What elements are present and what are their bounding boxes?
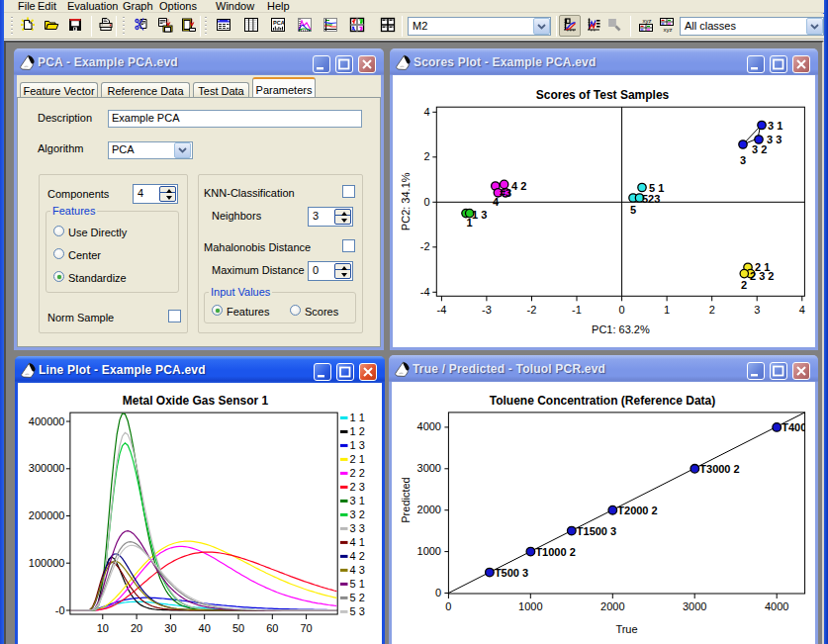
svg-text:200000: 200000 (29, 509, 65, 521)
svg-text:2 2: 2 2 (350, 467, 365, 479)
svg-text:Toluene Concentration (Referen: Toluene Concentration (Reference Data) (490, 394, 715, 408)
svg-text:1 1: 1 1 (350, 412, 365, 423)
svg-text:Metal Oxide Gas Sensor 1: Metal Oxide Gas Sensor 1 (123, 394, 269, 408)
svg-text:0: 0 (435, 587, 441, 598)
svg-text:100000: 100000 (29, 557, 65, 569)
svg-text:50: 50 (232, 622, 244, 634)
svg-text:5 3: 5 3 (350, 605, 365, 617)
svg-text:4: 4 (493, 196, 500, 208)
svg-text:4000: 4000 (765, 600, 788, 612)
svg-text:300000: 300000 (29, 462, 65, 474)
svg-text:-2: -2 (527, 304, 537, 316)
svg-text:10: 10 (97, 622, 109, 634)
svg-text:4 2: 4 2 (350, 550, 365, 562)
svg-text:3 1: 3 1 (350, 495, 365, 506)
svg-text:400000: 400000 (29, 415, 65, 427)
svg-text:-2: -2 (420, 240, 430, 252)
svg-text:5 2: 5 2 (350, 592, 365, 603)
svg-text:3000: 3000 (417, 462, 441, 474)
svg-text:T3000 2: T3000 2 (699, 463, 739, 475)
svg-text:1000: 1000 (518, 600, 542, 612)
svg-text:2 3 2: 2 3 2 (750, 270, 774, 282)
svg-text:3 2: 3 2 (350, 508, 365, 520)
svg-text:3: 3 (740, 154, 746, 166)
svg-text:-0: -0 (55, 604, 65, 616)
svg-text:3 2: 3 2 (752, 143, 767, 155)
svg-text:4 1: 4 1 (350, 536, 365, 548)
svg-text:3: 3 (754, 304, 760, 316)
svg-text:2000: 2000 (417, 504, 441, 515)
svg-text:2: 2 (741, 279, 747, 291)
svg-text:30: 30 (164, 622, 176, 634)
svg-text:60: 60 (266, 622, 278, 634)
svg-text:PCA: PCA (273, 20, 285, 26)
svg-text:4 3: 4 3 (350, 564, 365, 576)
svg-text:5 1: 5 1 (350, 578, 365, 590)
svg-text:1: 1 (467, 217, 473, 229)
svg-text:1 3: 1 3 (350, 439, 365, 451)
svg-text:4: 4 (799, 304, 805, 316)
svg-text:#3: #3 (500, 187, 511, 199)
svg-text:T2000 2: T2000 2 (617, 505, 657, 516)
svg-text:5: 5 (630, 204, 636, 216)
svg-text:0: 0 (423, 196, 429, 208)
svg-text:3 1: 3 1 (768, 120, 782, 132)
svg-text:T1000 2: T1000 2 (535, 546, 575, 558)
svg-text:-3: -3 (482, 304, 492, 316)
svg-text:PC1: 63.2%: PC1: 63.2% (592, 323, 650, 335)
svg-text:3 3: 3 3 (350, 522, 365, 534)
svg-text:2000: 2000 (600, 600, 624, 612)
svg-text:4: 4 (423, 106, 429, 118)
svg-text:T500 3: T500 3 (495, 567, 528, 579)
svg-text:-4: -4 (437, 304, 447, 316)
svg-text:70: 70 (300, 622, 312, 634)
svg-text:-1: -1 (572, 304, 582, 316)
svg-text:Scores of Test Samples: Scores of Test Samples (536, 88, 670, 102)
svg-text:4000: 4000 (417, 420, 441, 432)
svg-text:xyz: xyz (643, 18, 652, 24)
svg-text:3000: 3000 (683, 600, 706, 612)
svg-text:1: 1 (664, 304, 670, 316)
svg-text:2 3: 2 3 (350, 481, 365, 493)
svg-text:1000: 1000 (417, 545, 441, 557)
svg-text:xyz: xyz (664, 27, 673, 33)
svg-text:3 3: 3 3 (767, 134, 782, 145)
svg-text:4 2: 4 2 (511, 180, 526, 192)
svg-text:-4: -4 (420, 286, 430, 298)
svg-text:0: 0 (619, 304, 625, 316)
svg-text:2: 2 (709, 304, 715, 316)
svg-text:0: 0 (445, 600, 451, 612)
svg-text:True: True (615, 623, 637, 635)
svg-text:1 2: 1 2 (350, 425, 365, 437)
svg-text:2 1: 2 1 (350, 453, 365, 465)
svg-text:T1500 3: T1500 3 (577, 525, 616, 537)
svg-text:40: 40 (199, 622, 211, 634)
svg-text:T4000 2: T4000 2 (782, 421, 815, 433)
svg-text:PC2: 34.1%: PC2: 34.1% (401, 172, 413, 230)
svg-text:2: 2 (423, 150, 429, 162)
svg-text:Predicted: Predicted (400, 477, 412, 522)
svg-text:523: 523 (642, 193, 660, 205)
svg-text:20: 20 (131, 622, 142, 634)
svg-text:1 3: 1 3 (472, 209, 487, 221)
